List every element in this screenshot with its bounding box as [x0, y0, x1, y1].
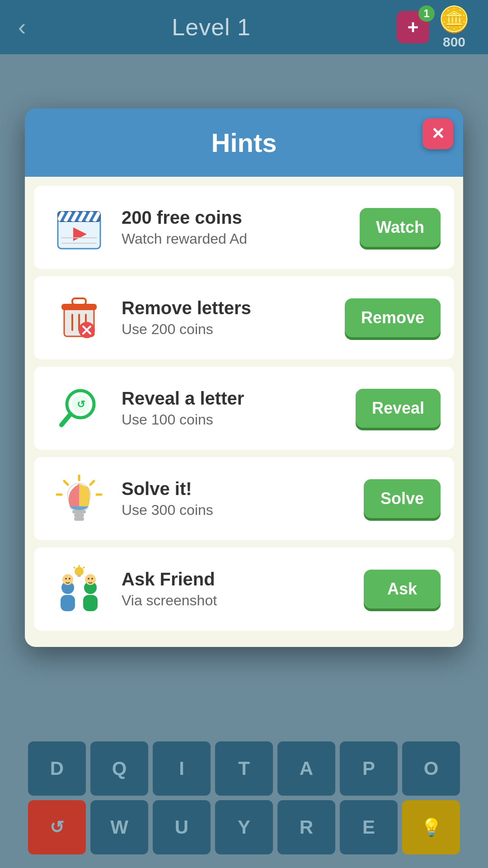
watch-hint-text: 200 free coins Watch rewarded Ad — [122, 208, 349, 247]
remove-icon-area — [47, 291, 111, 345]
svg-line-47 — [74, 567, 75, 568]
keyboard: D Q I T A P O ↺ W U Y R E 💡 — [0, 732, 488, 868]
solve-hint-text: Solve it! Use 300 coins — [122, 479, 353, 519]
key-d[interactable]: D — [28, 741, 86, 796]
plus-badge: 1 — [418, 5, 435, 22]
solve-icon-area — [47, 472, 111, 526]
plus-icon: + — [408, 16, 419, 38]
svg-line-46 — [83, 567, 84, 568]
svg-rect-44 — [77, 575, 81, 577]
magnifier-icon: ↺ — [54, 383, 104, 433]
svg-point-43 — [75, 567, 84, 576]
svg-line-22 — [61, 414, 70, 425]
svg-point-37 — [69, 578, 70, 580]
svg-rect-39 — [83, 595, 98, 611]
background-area — [0, 54, 488, 113]
reset-button[interactable]: ↺ — [28, 800, 86, 854]
svg-rect-30 — [72, 510, 86, 514]
friends-icon — [54, 564, 104, 614]
key-q[interactable]: Q — [90, 741, 148, 796]
solve-hint-subtitle: Use 300 coins — [122, 502, 353, 519]
ask-hint-subtitle: Via screenshot — [122, 592, 353, 609]
coins-icon: 🪙 — [438, 5, 470, 34]
level-title: Level 1 — [172, 14, 251, 41]
reveal-hint-text: Reveal a letter Use 100 coins — [122, 388, 345, 428]
remove-hint-text: Remove letters Use 200 coins — [122, 298, 334, 338]
hint-row-reveal: ↺ Reveal a letter Use 100 coins Reveal — [34, 367, 454, 450]
modal-header: Hints ✕ — [25, 108, 463, 177]
reset-icon: ↺ — [50, 817, 64, 837]
svg-rect-32 — [74, 517, 84, 521]
bulb-icon: 💡 — [421, 817, 442, 837]
modal-body: 200 free coins Watch rewarded Ad Watch — [25, 177, 463, 647]
lightbulb-icon — [54, 474, 104, 524]
coins-display: 🪙 800 — [438, 5, 470, 50]
svg-text:↺: ↺ — [77, 399, 85, 410]
hint-row-ask: Ask Friend Via screenshot Ask — [34, 547, 454, 631]
key-t[interactable]: T — [215, 741, 273, 796]
close-icon: ✕ — [431, 126, 445, 142]
solve-hint-title: Solve it! — [122, 479, 353, 499]
hint-row-remove: Remove letters Use 200 coins Remove — [34, 276, 454, 359]
svg-rect-31 — [74, 514, 84, 517]
key-u[interactable]: U — [153, 800, 211, 854]
key-y[interactable]: Y — [215, 800, 273, 854]
close-button[interactable]: ✕ — [422, 118, 453, 149]
hint-row-solve: Solve it! Use 300 coins Solve — [34, 457, 454, 540]
key-e[interactable]: E — [340, 800, 398, 854]
svg-line-26 — [90, 481, 94, 485]
ask-icon-area — [47, 562, 111, 616]
keyboard-row-1: D Q I T A P O — [5, 741, 483, 796]
ask-hint-title: Ask Friend — [122, 569, 353, 590]
ask-hint-text: Ask Friend Via screenshot — [122, 569, 353, 609]
watch-button[interactable]: Watch — [360, 208, 441, 247]
remove-button[interactable]: Remove — [345, 298, 441, 337]
ask-button[interactable]: Ask — [364, 570, 441, 609]
watch-icon-area — [47, 200, 111, 255]
coins-value: 800 — [443, 34, 465, 50]
key-o[interactable]: O — [402, 741, 460, 796]
svg-point-42 — [91, 578, 93, 580]
reveal-hint-subtitle: Use 100 coins — [122, 411, 345, 428]
back-button[interactable]: ‹ — [18, 14, 26, 41]
keyboard-row-2: ↺ W U Y R E 💡 — [5, 800, 483, 854]
solve-button[interactable]: Solve — [364, 479, 441, 518]
svg-point-41 — [88, 578, 89, 580]
svg-rect-34 — [61, 595, 75, 611]
hint-button[interactable]: 💡 — [402, 800, 460, 854]
header-right: + 1 🪙 800 — [397, 5, 470, 50]
reveal-hint-title: Reveal a letter — [122, 388, 345, 409]
hint-row-watch: 200 free coins Watch rewarded Ad Watch — [34, 186, 454, 269]
modal-title: Hints — [211, 128, 277, 157]
remove-hint-subtitle: Use 200 coins — [122, 321, 334, 338]
reveal-icon-area: ↺ — [47, 381, 111, 435]
watch-hint-subtitle: Watch rewarded Ad — [122, 231, 349, 247]
svg-point-36 — [65, 578, 67, 580]
key-i[interactable]: I — [153, 741, 211, 796]
key-r[interactable]: R — [277, 800, 335, 854]
reveal-button[interactable]: Reveal — [356, 389, 441, 428]
hints-modal: Hints ✕ — [25, 108, 463, 647]
trash-icon — [54, 293, 104, 343]
key-p[interactable]: P — [340, 741, 398, 796]
add-button[interactable]: + 1 — [397, 11, 429, 43]
clapperboard-icon — [54, 203, 104, 252]
svg-rect-17 — [72, 298, 86, 305]
header: ‹ Level 1 + 1 🪙 800 — [0, 0, 488, 54]
key-w[interactable]: W — [90, 800, 148, 854]
watch-hint-title: 200 free coins — [122, 208, 349, 228]
key-a[interactable]: A — [277, 741, 335, 796]
svg-line-28 — [64, 481, 68, 485]
remove-hint-title: Remove letters — [122, 298, 334, 318]
